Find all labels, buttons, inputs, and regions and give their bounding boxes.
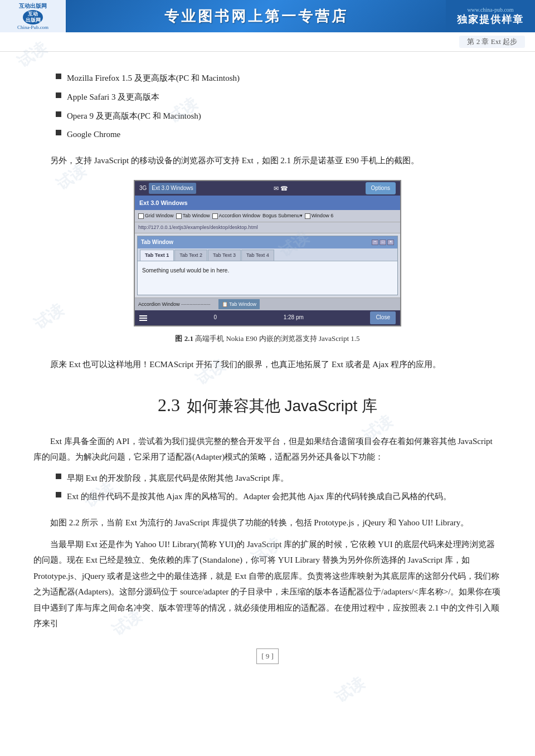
nokia-minimize-btn[interactable]: − [372,240,378,245]
nokia-tab-window-btn[interactable]: 📋 Tab Window [218,299,260,310]
nokia-close-btn-window[interactable]: × [387,240,394,245]
list-item-text: 早期 Ext 的开发阶段，其底层代码是依附其他 JavaScript 库。 [67,471,289,486]
section-heading-2-3: 2.3 如何兼容其他 JavaScript 库 [33,389,502,422]
logo-circle-text: 互动出版网 [26,11,41,23]
list-item: 早期 Ext 的开发阶段，其底层代码是依附其他 JavaScript 库。 [56,471,502,486]
list-item-text: Apple Safari 3 及更高版本 [67,90,159,105]
list-item: Opera 9 及更高版本(PC 和 Macintosh) [56,109,502,124]
site-title-banner: 专业图书网上第一专营店 [67,0,446,32]
menu-line [139,315,147,316]
nokia-time: 1:28 pm [284,313,304,323]
nokia-options-button[interactable]: Options [366,182,396,195]
paragraph-5: 当最早期 Ext 还是作为 Yahoo UI! Library(简称 YUI)的… [33,536,502,632]
figure-2-1: 3G Ext 3.0 Windows ✉ ☎ Options Ext 3.0 W… [33,180,502,345]
bullet-icon [56,74,61,79]
list-item-text: Mozilla Firefox 1.5 及更高版本(PC 和 Macintosh… [67,71,240,86]
figure-caption-text: 高端手机 Nokia E90 内嵌的浏览器支持 JavaScript 1.5 [195,334,359,343]
logo-circle: 互动出版网 [23,10,43,25]
nav-checkbox [212,213,218,219]
main-content: Mozilla Firefox 1.5 及更高版本(PC 和 Macintosh… [0,52,535,681]
menu-line [139,320,147,321]
nokia-window-title-text: Tab Window [141,237,173,248]
site-logo: 互动出版网 互动出版网 China-Pub.com [0,0,67,32]
nokia-nav-tab: Tab Window [176,211,210,221]
paragraph-2: 原来 Ext 也可以这样地用！ECMAScript 开拓了我们的眼界，也真正地拓… [33,357,502,373]
nokia-tabs-row: Tab Text 1 Tab Text 2 Tab Text 3 Tab Tex… [138,248,397,261]
nokia-close-button[interactable]: Close [370,311,396,324]
header-slogan: 独家提供样章 [457,13,524,26]
nokia-window-controls: − □ × [372,240,394,245]
menu-line [139,318,147,319]
nokia-window-area: Tab Window − □ × Tab Text 1 Tab Text 2 T… [135,233,400,297]
section-title: 如何兼容其他 JavaScript 库 [187,397,377,414]
chapter-bar: 第 2 章 Ext 起步 [0,32,535,52]
nokia-status-left: 3G Ext 3.0 Windows [139,183,196,194]
nokia-maximize-btn[interactable]: □ [380,240,386,245]
nokia-menu-icon[interactable] [139,315,147,321]
nokia-status-mid: ✉ ☎ [274,183,288,194]
figure-label: 图 2.1 [175,334,193,343]
nokia-status-bar: 3G Ext 3.0 Windows ✉ ☎ Options [135,181,400,196]
bullet-icon [56,92,61,98]
nokia-3g-icon: 3G [139,183,147,194]
bullet-icon [56,130,61,135]
nokia-accordion-bar: Accordion Window ····················· 📋… [135,297,400,311]
logo-top-text: 互动出版网 [19,2,47,10]
nokia-tab-4[interactable]: Tab Text 4 [241,250,274,261]
nav-checkbox [176,213,182,219]
paragraph-1: 另外，支持 JavaScript 的移动设备的浏览器亦可支持 Ext，如图 2.… [33,153,502,169]
logo-bottom-text: China-Pub.com [17,25,48,30]
nokia-status-num: 0 [214,313,217,323]
nokia-ext-badge: Ext 3.0 Windows [149,183,196,194]
nokia-tab-window: Tab Window − □ × Tab Text 1 Tab Text 2 T… [137,236,398,295]
nokia-url-bar: http://127.0.0.1/extjs3/examples/desktop… [135,222,400,233]
nokia-bottom-bar: 0 1:28 pm Close [135,310,400,325]
nav-checkbox [305,213,310,219]
nokia-nav-window6: Window 6 [305,211,334,221]
nav-checkbox [138,213,144,219]
section-number: 2.3 [158,395,180,415]
nokia-screenshot: 3G Ext 3.0 Windows ✉ ☎ Options Ext 3.0 W… [134,180,401,326]
page-number: [ 9 ] [33,648,502,664]
bullet-icon [56,111,61,117]
figure-caption: 图 2.1 高端手机 Nokia E90 内嵌的浏览器支持 JavaScript… [175,332,359,345]
list-item-text: Google Chrome [67,127,120,143]
nokia-tab-2[interactable]: Tab Text 2 [174,250,207,261]
nokia-nav-bogus: Bogus Submenu▾ [262,211,303,221]
site-title-text: 专业图书网上第一专营店 [164,7,348,26]
paragraph-4: 如图 2.2 所示，当前 Ext 为流行的 JavaScript 库提供了功能的… [33,515,502,531]
list-item: Google Chrome [56,127,502,143]
header-url: www.china-pub.com [467,7,513,13]
list-item: Ext 的组件代码不是按其他 Ajax 库的风格写的。Adapter 会把其他 … [56,489,502,505]
page-num-text: [ 9 ] [256,648,279,664]
adapter-feature-list: 早期 Ext 的开发阶段，其底层代码是依附其他 JavaScript 库。 Ex… [56,471,502,505]
nokia-nav-grid: Grid Window [138,211,174,221]
nokia-app-title: Ext 3.0 Windows [135,196,400,210]
nokia-tab-3[interactable]: Tab Text 3 [208,250,241,261]
nokia-nav-accordion: Accordion Window [212,211,261,221]
list-item: Apple Safari 3 及更高版本 [56,90,502,105]
list-item-text: Ext 的组件代码不是按其他 Ajax 库的风格写的。Adapter 会把其他 … [67,489,451,505]
list-item-text: Opera 9 及更高版本(PC 和 Macintosh) [67,109,201,124]
bullet-icon [56,474,61,479]
page-header: 互动出版网 互动出版网 China-Pub.com 专业图书网上第一专营店 ww… [0,0,535,32]
header-right-panel: www.china-pub.com 独家提供样章 [446,0,535,32]
chapter-label: 第 2 章 Ext 起步 [459,36,525,48]
browser-list: Mozilla Firefox 1.5 及更高版本(PC 和 Macintosh… [56,71,502,143]
nokia-window-content: Something useful would be in here. [138,261,397,295]
paragraph-3: Ext 库具备全面的 API，尝试着为我们提供完整的整合开发平台，但是如果结合遗… [33,433,502,465]
nokia-tab-1[interactable]: Tab Text 1 [140,250,174,261]
nokia-accordion-label: Accordion Window ····················· [138,300,211,309]
bullet-icon [56,492,61,498]
list-item: Mozilla Firefox 1.5 及更高版本(PC 和 Macintosh… [56,71,502,86]
nokia-nav-bar: Grid Window Tab Window Accordion Window … [135,210,400,222]
nokia-window-titlebar: Tab Window − □ × [138,236,397,249]
